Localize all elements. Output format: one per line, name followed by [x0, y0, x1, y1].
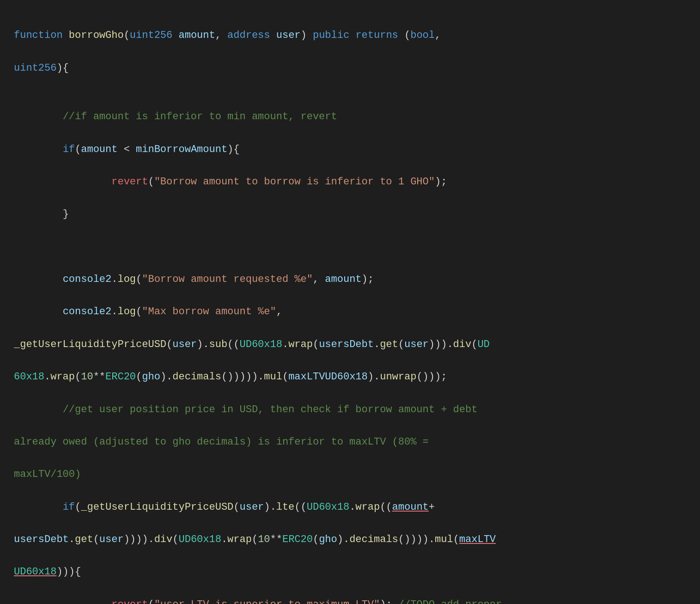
line-12: _getUserLiquidityPriceUSD(user).sub((UD6…: [14, 336, 686, 353]
line-1: function borrowGho(uint256 amount, addre…: [14, 27, 686, 43]
line-4: //if amount is inferior to min amount, r…: [14, 109, 686, 125]
line-11: console2.log("Max borrow amount %e",: [14, 304, 686, 320]
code-editor: function borrowGho(uint256 amount, addre…: [14, 11, 686, 604]
line-14: //get user position price in USD, then c…: [14, 402, 686, 418]
line-2: uint256){: [14, 60, 686, 76]
line-18: usersDebt.get(user)))).div(UD60x18.wrap(…: [14, 531, 686, 548]
line-13: 60x18.wrap(10**ERC20(gho).decimals()))))…: [14, 369, 686, 385]
line-7: }: [14, 206, 686, 222]
line-5: if(amount < minBorrowAmount){: [14, 141, 686, 158]
line-10: console2.log("Borrow amount requested %e…: [14, 271, 686, 287]
line-16: maxLTV/100): [14, 466, 686, 482]
line-20: revert("user LTV is superior to maximum …: [14, 597, 686, 604]
line-19: UD60x18))){: [14, 564, 686, 580]
line-15: already owed (adjusted to gho decimals) …: [14, 434, 686, 450]
line-6: revert("Borrow amount to borrow is infer…: [14, 174, 686, 190]
line-17: if(_getUserLiquidityPriceUSD(user).lte((…: [14, 499, 686, 515]
